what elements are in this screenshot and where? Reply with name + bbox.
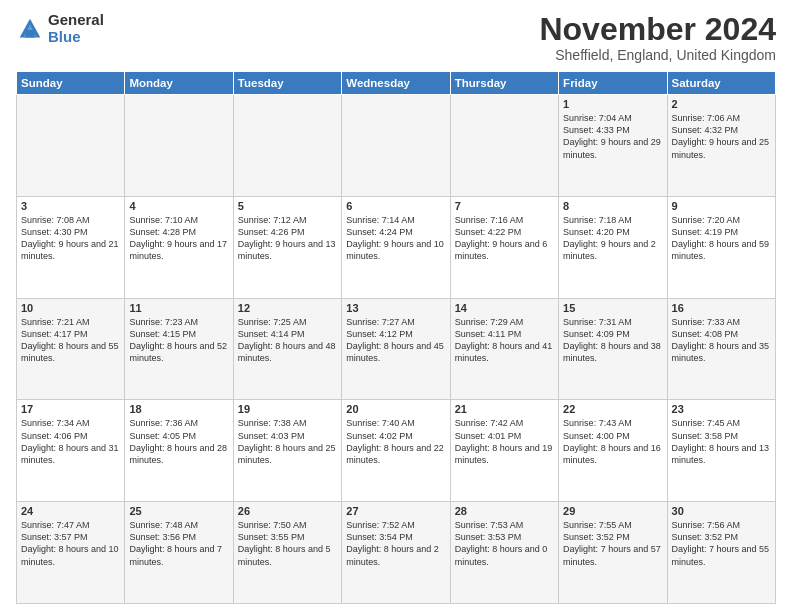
day-number: 22 xyxy=(563,403,662,415)
day-number: 7 xyxy=(455,200,554,212)
day-number: 21 xyxy=(455,403,554,415)
day-info: Sunrise: 7:27 AM Sunset: 4:12 PM Dayligh… xyxy=(346,316,445,365)
day-info: Sunrise: 7:48 AM Sunset: 3:56 PM Dayligh… xyxy=(129,519,228,568)
day-info: Sunrise: 7:08 AM Sunset: 4:30 PM Dayligh… xyxy=(21,214,120,263)
day-number: 19 xyxy=(238,403,337,415)
calendar-cell: 5Sunrise: 7:12 AM Sunset: 4:26 PM Daylig… xyxy=(233,196,341,298)
weekday-header-tuesday: Tuesday xyxy=(233,72,341,95)
day-info: Sunrise: 7:10 AM Sunset: 4:28 PM Dayligh… xyxy=(129,214,228,263)
day-number: 20 xyxy=(346,403,445,415)
day-number: 15 xyxy=(563,302,662,314)
day-number: 25 xyxy=(129,505,228,517)
day-info: Sunrise: 7:42 AM Sunset: 4:01 PM Dayligh… xyxy=(455,417,554,466)
day-number: 3 xyxy=(21,200,120,212)
day-number: 1 xyxy=(563,98,662,110)
calendar-cell xyxy=(233,95,341,197)
calendar-cell: 16Sunrise: 7:33 AM Sunset: 4:08 PM Dayli… xyxy=(667,298,775,400)
day-number: 9 xyxy=(672,200,771,212)
day-info: Sunrise: 7:16 AM Sunset: 4:22 PM Dayligh… xyxy=(455,214,554,263)
weekday-header-row: SundayMondayTuesdayWednesdayThursdayFrid… xyxy=(17,72,776,95)
calendar-cell: 7Sunrise: 7:16 AM Sunset: 4:22 PM Daylig… xyxy=(450,196,558,298)
calendar-cell: 9Sunrise: 7:20 AM Sunset: 4:19 PM Daylig… xyxy=(667,196,775,298)
day-number: 5 xyxy=(238,200,337,212)
calendar-table: SundayMondayTuesdayWednesdayThursdayFrid… xyxy=(16,71,776,604)
calendar-cell: 17Sunrise: 7:34 AM Sunset: 4:06 PM Dayli… xyxy=(17,400,125,502)
calendar-cell: 20Sunrise: 7:40 AM Sunset: 4:02 PM Dayli… xyxy=(342,400,450,502)
weekday-header-saturday: Saturday xyxy=(667,72,775,95)
day-number: 23 xyxy=(672,403,771,415)
calendar-week-1: 1Sunrise: 7:04 AM Sunset: 4:33 PM Daylig… xyxy=(17,95,776,197)
calendar-cell: 25Sunrise: 7:48 AM Sunset: 3:56 PM Dayli… xyxy=(125,502,233,604)
logo-blue-label: Blue xyxy=(48,29,104,46)
day-info: Sunrise: 7:55 AM Sunset: 3:52 PM Dayligh… xyxy=(563,519,662,568)
day-number: 29 xyxy=(563,505,662,517)
day-number: 24 xyxy=(21,505,120,517)
day-info: Sunrise: 7:34 AM Sunset: 4:06 PM Dayligh… xyxy=(21,417,120,466)
weekday-header-thursday: Thursday xyxy=(450,72,558,95)
page: General Blue November 2024 Sheffield, En… xyxy=(0,0,792,612)
day-number: 6 xyxy=(346,200,445,212)
title-block: November 2024 Sheffield, England, United… xyxy=(539,12,776,63)
day-info: Sunrise: 7:21 AM Sunset: 4:17 PM Dayligh… xyxy=(21,316,120,365)
calendar-cell: 23Sunrise: 7:45 AM Sunset: 3:58 PM Dayli… xyxy=(667,400,775,502)
day-info: Sunrise: 7:40 AM Sunset: 4:02 PM Dayligh… xyxy=(346,417,445,466)
month-title: November 2024 xyxy=(539,12,776,47)
day-number: 11 xyxy=(129,302,228,314)
calendar-cell xyxy=(450,95,558,197)
calendar-cell: 3Sunrise: 7:08 AM Sunset: 4:30 PM Daylig… xyxy=(17,196,125,298)
day-number: 8 xyxy=(563,200,662,212)
day-number: 12 xyxy=(238,302,337,314)
calendar-cell: 4Sunrise: 7:10 AM Sunset: 4:28 PM Daylig… xyxy=(125,196,233,298)
day-number: 18 xyxy=(129,403,228,415)
calendar-week-2: 3Sunrise: 7:08 AM Sunset: 4:30 PM Daylig… xyxy=(17,196,776,298)
calendar-cell xyxy=(125,95,233,197)
calendar-cell: 19Sunrise: 7:38 AM Sunset: 4:03 PM Dayli… xyxy=(233,400,341,502)
day-info: Sunrise: 7:52 AM Sunset: 3:54 PM Dayligh… xyxy=(346,519,445,568)
day-info: Sunrise: 7:04 AM Sunset: 4:33 PM Dayligh… xyxy=(563,112,662,161)
calendar-cell: 21Sunrise: 7:42 AM Sunset: 4:01 PM Dayli… xyxy=(450,400,558,502)
day-number: 26 xyxy=(238,505,337,517)
day-info: Sunrise: 7:45 AM Sunset: 3:58 PM Dayligh… xyxy=(672,417,771,466)
calendar-header: SundayMondayTuesdayWednesdayThursdayFrid… xyxy=(17,72,776,95)
day-info: Sunrise: 7:12 AM Sunset: 4:26 PM Dayligh… xyxy=(238,214,337,263)
calendar-cell: 30Sunrise: 7:56 AM Sunset: 3:52 PM Dayli… xyxy=(667,502,775,604)
day-info: Sunrise: 7:36 AM Sunset: 4:05 PM Dayligh… xyxy=(129,417,228,466)
day-info: Sunrise: 7:25 AM Sunset: 4:14 PM Dayligh… xyxy=(238,316,337,365)
calendar-cell: 12Sunrise: 7:25 AM Sunset: 4:14 PM Dayli… xyxy=(233,298,341,400)
calendar-cell: 27Sunrise: 7:52 AM Sunset: 3:54 PM Dayli… xyxy=(342,502,450,604)
weekday-header-friday: Friday xyxy=(559,72,667,95)
calendar-cell: 13Sunrise: 7:27 AM Sunset: 4:12 PM Dayli… xyxy=(342,298,450,400)
day-number: 30 xyxy=(672,505,771,517)
day-info: Sunrise: 7:23 AM Sunset: 4:15 PM Dayligh… xyxy=(129,316,228,365)
calendar-cell: 22Sunrise: 7:43 AM Sunset: 4:00 PM Dayli… xyxy=(559,400,667,502)
location-subtitle: Sheffield, England, United Kingdom xyxy=(539,47,776,63)
calendar-cell xyxy=(342,95,450,197)
day-number: 10 xyxy=(21,302,120,314)
calendar-week-5: 24Sunrise: 7:47 AM Sunset: 3:57 PM Dayli… xyxy=(17,502,776,604)
calendar-cell xyxy=(17,95,125,197)
day-info: Sunrise: 7:06 AM Sunset: 4:32 PM Dayligh… xyxy=(672,112,771,161)
calendar-cell: 11Sunrise: 7:23 AM Sunset: 4:15 PM Dayli… xyxy=(125,298,233,400)
header: General Blue November 2024 Sheffield, En… xyxy=(16,12,776,63)
calendar-cell: 10Sunrise: 7:21 AM Sunset: 4:17 PM Dayli… xyxy=(17,298,125,400)
day-info: Sunrise: 7:50 AM Sunset: 3:55 PM Dayligh… xyxy=(238,519,337,568)
day-number: 13 xyxy=(346,302,445,314)
calendar-cell: 28Sunrise: 7:53 AM Sunset: 3:53 PM Dayli… xyxy=(450,502,558,604)
day-number: 28 xyxy=(455,505,554,517)
day-number: 17 xyxy=(21,403,120,415)
day-info: Sunrise: 7:20 AM Sunset: 4:19 PM Dayligh… xyxy=(672,214,771,263)
weekday-header-wednesday: Wednesday xyxy=(342,72,450,95)
day-info: Sunrise: 7:47 AM Sunset: 3:57 PM Dayligh… xyxy=(21,519,120,568)
calendar-cell: 1Sunrise: 7:04 AM Sunset: 4:33 PM Daylig… xyxy=(559,95,667,197)
calendar-cell: 24Sunrise: 7:47 AM Sunset: 3:57 PM Dayli… xyxy=(17,502,125,604)
logo: General Blue xyxy=(16,12,104,45)
calendar-cell: 2Sunrise: 7:06 AM Sunset: 4:32 PM Daylig… xyxy=(667,95,775,197)
day-info: Sunrise: 7:56 AM Sunset: 3:52 PM Dayligh… xyxy=(672,519,771,568)
calendar-cell: 14Sunrise: 7:29 AM Sunset: 4:11 PM Dayli… xyxy=(450,298,558,400)
calendar-week-3: 10Sunrise: 7:21 AM Sunset: 4:17 PM Dayli… xyxy=(17,298,776,400)
day-info: Sunrise: 7:29 AM Sunset: 4:11 PM Dayligh… xyxy=(455,316,554,365)
calendar-week-4: 17Sunrise: 7:34 AM Sunset: 4:06 PM Dayli… xyxy=(17,400,776,502)
day-info: Sunrise: 7:53 AM Sunset: 3:53 PM Dayligh… xyxy=(455,519,554,568)
calendar-cell: 8Sunrise: 7:18 AM Sunset: 4:20 PM Daylig… xyxy=(559,196,667,298)
logo-text: General Blue xyxy=(48,12,104,45)
